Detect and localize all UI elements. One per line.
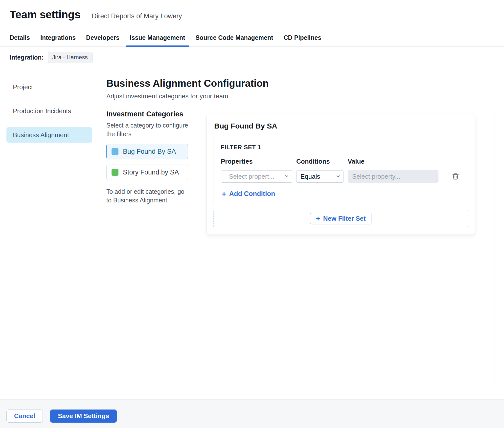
category-color-swatch-green [112, 169, 118, 176]
value-input[interactable] [348, 170, 438, 183]
conditions-select-value: Equals [300, 173, 320, 180]
page-subtitle: Direct Reports of Mary Lowery [92, 12, 182, 20]
filter-panel-column: Bug Found By SA FILTER SET 1 Properties … [199, 109, 504, 389]
new-filter-set-button[interactable]: + New Filter Set [310, 213, 371, 224]
settings-sidebar: Project Production Incidents Business Al… [0, 68, 99, 389]
filter-column-headers: Properties Conditions Value [221, 158, 461, 165]
tab-details[interactable]: Details [4, 29, 35, 46]
tab-integrations[interactable]: Integrations [35, 29, 81, 46]
save-im-settings-button[interactable]: Save IM Settings [50, 410, 117, 423]
filter-card-title: Bug Found By SA [214, 122, 468, 130]
tab-cd-pipelines[interactable]: CD Pipelines [278, 29, 327, 46]
filter-set-label: FILTER SET 1 [221, 144, 461, 151]
page-header: Team settings Direct Reports of Mary Low… [0, 0, 504, 29]
category-color-swatch-blue [112, 148, 118, 155]
category-item-story-found-by-sa[interactable]: Story Found by SA [106, 165, 188, 180]
content-area: Project Production Incidents Business Al… [0, 68, 504, 389]
title-divider [86, 9, 86, 18]
category-item-label: Bug Found By SA [123, 148, 176, 155]
chevron-down-icon [336, 173, 341, 180]
integration-chip[interactable]: Jira - Harness [48, 52, 92, 63]
trash-icon [452, 177, 459, 181]
conditions-select[interactable]: Equals [296, 170, 344, 183]
sidebar-item-project[interactable]: Project [6, 79, 92, 95]
tab-developers[interactable]: Developers [81, 29, 125, 46]
investment-categories-column: Investment Categories Select a category … [106, 109, 199, 389]
new-filter-set-label: New Filter Set [323, 215, 366, 222]
filter-set-1: FILTER SET 1 Properties Conditions Value… [213, 137, 468, 205]
page-title: Team settings [10, 8, 80, 21]
properties-select[interactable]: - Select propert... [221, 170, 292, 183]
cancel-button[interactable]: Cancel [6, 410, 43, 423]
filter-condition-row: - Select propert... Equals [221, 170, 461, 183]
column-header-properties: Properties [221, 158, 292, 165]
settings-tab-bar: Details Integrations Developers Issue Ma… [0, 29, 504, 47]
plus-icon: + [316, 215, 320, 222]
scrollbar-divider [495, 109, 495, 389]
new-filter-set-dropzone: + New Filter Set [213, 210, 468, 227]
integration-label: Integration: [10, 54, 44, 61]
tab-issue-management[interactable]: Issue Management [125, 29, 190, 46]
add-condition-button[interactable]: + Add Condition [221, 190, 275, 198]
section-title: Business Alignment Configuration [106, 78, 504, 89]
chevron-down-icon [284, 173, 289, 180]
column-header-conditions: Conditions [296, 158, 344, 165]
delete-condition-button[interactable] [450, 171, 461, 182]
footer-gap [0, 389, 504, 399]
plus-icon: + [222, 190, 226, 198]
investment-categories-title: Investment Categories [106, 110, 192, 118]
action-footer: Cancel Save IM Settings [0, 399, 504, 428]
column-header-value: Value [348, 158, 438, 165]
properties-select-value: - Select propert... [225, 173, 274, 180]
section-subtitle: Adjust investment categories for your te… [106, 92, 504, 100]
integration-row: Integration: Jira - Harness [0, 47, 504, 68]
category-item-label: Story Found by SA [123, 169, 179, 176]
investment-categories-hint: Select a category to configure the filte… [106, 121, 189, 138]
category-item-bug-found-by-sa[interactable]: Bug Found By SA [106, 144, 188, 159]
add-condition-label: Add Condition [229, 190, 275, 198]
sidebar-item-business-alignment[interactable]: Business Alignment [6, 127, 92, 143]
categories-footnote: To add or edit categories, go to Busines… [106, 187, 187, 205]
category-filter-card: Bug Found By SA FILTER SET 1 Properties … [207, 114, 475, 235]
configuration-body: Investment Categories Select a category … [106, 109, 504, 389]
sidebar-item-production-incidents[interactable]: Production Incidents [6, 103, 92, 119]
main-panel: Business Alignment Configuration Adjust … [99, 68, 504, 389]
scroll-track-divider [481, 109, 481, 389]
tab-source-code-management[interactable]: Source Code Management [190, 29, 278, 46]
